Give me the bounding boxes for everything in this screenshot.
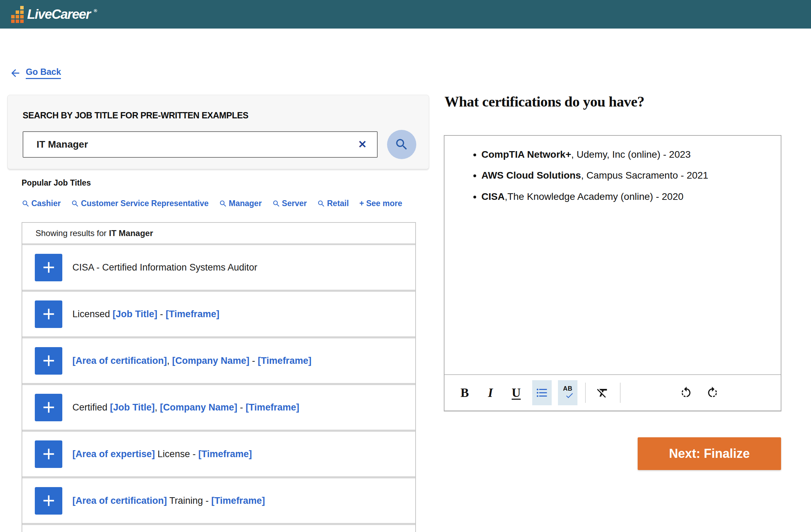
spellcheck-check-icon [565, 391, 574, 400]
popular-job-title-link[interactable]: Server [272, 199, 307, 208]
certification-entry: CISA,The Knowledge Academy (online) - 20… [481, 190, 770, 203]
search-icon [272, 200, 281, 208]
clear-formatting-button[interactable] [593, 380, 612, 405]
result-row: Licensed [Job Title] - [Timeframe] [22, 292, 415, 338]
result-example-text: [Area of expertise] License - [Timeframe… [72, 449, 252, 460]
add-example-button[interactable] [35, 254, 62, 281]
result-example-text: [Area of certification], [Company Name] … [72, 355, 312, 366]
plus-icon [40, 258, 58, 276]
add-example-button[interactable] [35, 487, 62, 515]
results-list: Showing results for IT Manager CISA - Ce… [22, 222, 416, 532]
top-header: LiveCareer ® [0, 0, 811, 29]
search-icon [394, 137, 409, 152]
toolbar-divider [585, 383, 586, 403]
toolbar-divider [620, 383, 621, 403]
undo-button[interactable] [676, 380, 696, 405]
plus-icon [40, 492, 58, 510]
editor-toolbar: B I U AB [444, 374, 781, 410]
popular-link-label: Retail [327, 199, 349, 208]
redo-button[interactable] [703, 380, 722, 405]
search-icon [219, 200, 227, 208]
result-row: Certified [Job Title], [Company Name] - … [22, 385, 415, 432]
result-example-text: CISA - Certified Information Systems Aud… [72, 262, 257, 273]
popular-link-label: Server [282, 199, 307, 208]
logo-wordmark: LiveCareer [27, 7, 90, 22]
add-example-button[interactable] [35, 394, 62, 421]
italic-button[interactable]: I [481, 380, 500, 405]
bullet-list-button[interactable] [532, 380, 552, 405]
popular-link-label: Customer Service Representative [81, 199, 208, 208]
add-example-button[interactable] [35, 440, 62, 468]
spellcheck-button[interactable]: AB [558, 380, 577, 405]
results-header: Showing results for IT Manager [22, 223, 415, 245]
certification-entry: AWS Cloud Solutions, Campus Sacramento -… [481, 169, 770, 182]
job-title-search-input[interactable] [23, 131, 378, 158]
popular-job-titles: Popular Job Titles CashierCustomer Servi… [22, 178, 425, 208]
search-section-label: SEARCH BY JOB TITLE FOR PRE-WRITTEN EXAM… [23, 110, 429, 120]
livecareer-logo[interactable]: LiveCareer ® [11, 6, 97, 23]
result-row: [Area of expertise] License - [Timeframe… [22, 432, 415, 478]
add-example-button[interactable] [35, 347, 62, 375]
editor-textarea[interactable]: CompTIA Network+, Udemy, Inc (online) - … [444, 136, 781, 374]
search-icon [317, 200, 325, 208]
result-row: CISA - Certified Information Systems Aud… [22, 245, 415, 292]
popular-link-label: Manager [229, 199, 262, 208]
certifications-editor: CompTIA Network+, Udemy, Inc (online) - … [444, 135, 781, 411]
plus-icon [40, 398, 58, 416]
result-example-text: Licensed [Job Title] - [Timeframe] [72, 309, 219, 320]
popular-job-titles-label: Popular Job Titles [22, 178, 425, 188]
result-row: [Area of certification] Training - [Time… [22, 478, 415, 525]
results-header-term: IT Manager [109, 228, 153, 238]
clear-formatting-icon [596, 386, 609, 399]
clear-search-button[interactable]: ✕ [356, 138, 369, 151]
popular-job-title-link[interactable]: Customer Service Representative [71, 199, 208, 208]
popular-job-title-link[interactable]: Cashier [22, 199, 61, 208]
bullet-list-icon [535, 386, 549, 399]
plus-icon [40, 445, 58, 463]
result-example-text: [Area of certification] Training - [Time… [72, 495, 265, 506]
bold-button[interactable]: B [455, 380, 474, 405]
go-back-link[interactable]: Go Back [9, 67, 61, 79]
add-example-button[interactable] [35, 300, 62, 328]
registered-mark: ® [94, 8, 97, 13]
popular-job-title-link[interactable]: Manager [219, 199, 262, 208]
search-button[interactable] [387, 130, 416, 159]
certification-entry: CompTIA Network+, Udemy, Inc (online) - … [481, 148, 770, 161]
result-row: [Area of certification], [Company Name] … [22, 338, 415, 385]
undo-icon [679, 386, 693, 399]
next-finalize-button[interactable]: Next: Finalize [638, 437, 781, 470]
left-arrow-icon [9, 67, 21, 79]
livecareer-logo-icon [11, 6, 24, 23]
search-icon [22, 200, 30, 208]
search-icon [71, 200, 79, 208]
page-title: What certifications do you have? [444, 93, 644, 110]
plus-icon [40, 352, 58, 370]
see-more-link[interactable]: + See more [359, 199, 402, 208]
popular-link-label: Cashier [31, 199, 61, 208]
underline-button[interactable]: U [506, 380, 526, 405]
results-header-prefix: Showing results for [36, 228, 107, 238]
redo-icon [706, 386, 719, 399]
search-card: SEARCH BY JOB TITLE FOR PRE-WRITTEN EXAM… [7, 95, 429, 169]
popular-job-title-link[interactable]: Retail [317, 199, 349, 208]
go-back-label: Go Back [26, 67, 61, 79]
plus-icon [40, 305, 58, 323]
result-example-text: Certified [Job Title], [Company Name] - … [72, 402, 299, 413]
